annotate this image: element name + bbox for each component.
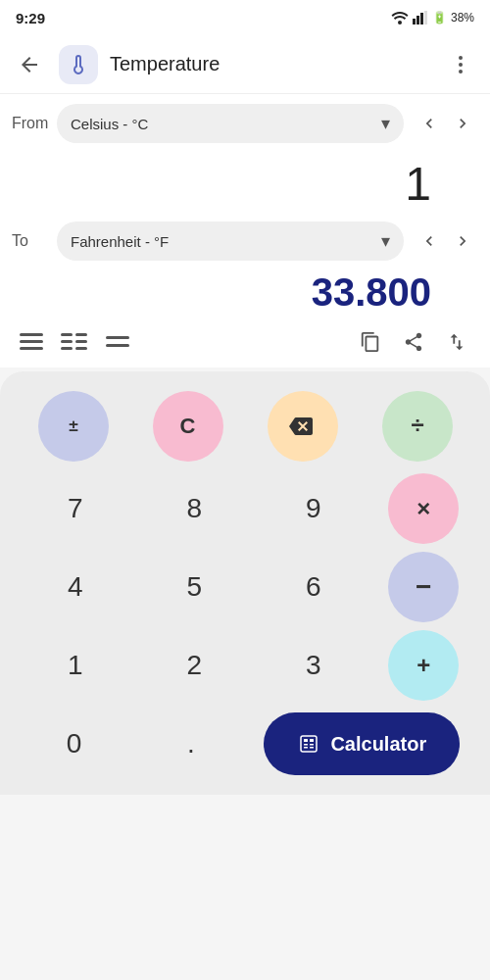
copy-button[interactable] (353, 324, 388, 360)
copy-icon (360, 331, 381, 353)
svg-rect-18 (106, 344, 129, 347)
list-multi-icon (61, 333, 88, 351)
from-next-button[interactable] (447, 108, 478, 139)
clear-button[interactable]: C (153, 391, 223, 462)
key-0[interactable]: 0 (30, 709, 119, 779)
back-icon (18, 53, 41, 76)
key-7[interactable]: 7 (31, 473, 120, 544)
key-5[interactable]: 5 (150, 552, 238, 622)
input-value-display: 1 (0, 153, 490, 212)
svg-point-5 (459, 56, 463, 60)
multiply-button[interactable]: × (388, 473, 459, 544)
calculator-icon (297, 732, 320, 756)
svg-rect-23 (310, 739, 314, 742)
to-label: To (12, 232, 47, 250)
key-8[interactable]: 8 (150, 473, 238, 544)
list-view-button[interactable] (16, 326, 47, 358)
key-2[interactable]: 2 (150, 630, 238, 701)
calculator-button[interactable]: Calculator (264, 712, 460, 775)
app-bar: Temperature (0, 35, 490, 94)
svg-rect-14 (75, 340, 87, 343)
key-4[interactable]: 4 (31, 552, 120, 622)
from-row: From Celsius - °C ▾ (0, 94, 490, 153)
to-next-button[interactable] (447, 225, 478, 257)
from-unit-text: Celsius - °C (71, 116, 148, 132)
chevron-right-icon (453, 114, 472, 133)
svg-rect-15 (61, 347, 73, 350)
multiply-icon: × (416, 495, 430, 522)
key-3[interactable]: 3 (270, 630, 358, 701)
svg-rect-26 (304, 747, 308, 749)
keypad-area: ± C ÷ 7 8 9 × (0, 371, 490, 795)
key-1[interactable]: 1 (31, 630, 120, 701)
clear-icon: C (180, 414, 196, 439)
swap-icon (446, 331, 467, 353)
plus-minus-button[interactable]: ± (38, 391, 109, 462)
app-title: Temperature (110, 53, 431, 75)
svg-text:÷: ÷ (411, 413, 423, 438)
svg-rect-3 (420, 13, 423, 24)
minus-icon: − (416, 571, 431, 603)
to-row: To Fahrenheit - °F ▾ (0, 212, 490, 270)
temperature-icon-container (59, 45, 98, 84)
share-button[interactable] (396, 324, 431, 360)
from-unit-selector[interactable]: Celsius - °C ▾ (57, 104, 404, 143)
battery-icon: 🔋 (432, 11, 447, 24)
from-dropdown-icon: ▾ (381, 113, 390, 134)
to-nav (414, 225, 478, 257)
conversion-area: From Celsius - °C ▾ 1 To Fahrenheit - °F (0, 94, 490, 368)
more-options-button[interactable] (443, 47, 478, 82)
back-button[interactable] (12, 47, 47, 82)
temperature-icon (67, 53, 90, 76)
row-789: 7 8 9 × (16, 473, 474, 544)
svg-rect-17 (106, 336, 129, 339)
divide-icon: ÷ (404, 413, 431, 440)
status-icons: 🔋 38% (391, 11, 474, 24)
plus-minus-icon: ± (61, 414, 86, 439)
wifi-icon (391, 11, 409, 24)
list-multi-view-button[interactable] (59, 326, 90, 358)
row-123: 1 2 3 + (16, 630, 474, 701)
status-time: 9:29 (16, 10, 45, 26)
svg-rect-8 (20, 333, 43, 336)
toolbar-row (0, 320, 490, 368)
svg-rect-10 (20, 347, 43, 350)
result-value-display: 33.800 (0, 270, 490, 320)
to-prev-button[interactable] (414, 225, 445, 257)
from-prev-button[interactable] (414, 108, 445, 139)
share-icon (403, 331, 424, 353)
svg-rect-4 (424, 11, 427, 24)
key-6[interactable]: 6 (270, 552, 358, 622)
from-label: From (12, 115, 47, 132)
plus-button[interactable]: + (388, 630, 459, 701)
svg-text:±: ± (69, 416, 78, 435)
to-chevron-right-icon (453, 231, 472, 251)
svg-point-6 (459, 63, 463, 67)
backspace-button[interactable] (268, 391, 338, 462)
svg-rect-27 (310, 747, 314, 749)
key-dot[interactable]: . (147, 709, 235, 779)
swap-button[interactable] (439, 324, 474, 360)
to-unit-text: Fahrenheit - °F (71, 233, 169, 250)
from-nav (414, 108, 478, 139)
svg-rect-13 (61, 340, 73, 343)
to-dropdown-icon: ▾ (381, 230, 390, 252)
compact-view-button[interactable] (102, 326, 133, 358)
plus-icon: + (416, 652, 430, 679)
chevron-left-icon (419, 114, 439, 133)
divide-button[interactable]: ÷ (382, 391, 453, 462)
special-buttons-row: ± C ÷ (16, 391, 474, 462)
input-value: 1 (405, 158, 431, 210)
key-9[interactable]: 9 (270, 473, 358, 544)
to-unit-selector[interactable]: Fahrenheit - °F ▾ (57, 221, 404, 261)
backspace-icon (289, 415, 317, 438)
svg-rect-12 (75, 333, 87, 336)
svg-rect-22 (304, 739, 308, 742)
minus-button[interactable]: − (388, 552, 459, 622)
to-chevron-left-icon (419, 231, 439, 251)
battery-percent: 38% (451, 11, 474, 24)
svg-rect-24 (304, 744, 308, 746)
svg-rect-16 (75, 347, 87, 350)
svg-point-0 (398, 21, 402, 24)
svg-rect-9 (20, 340, 43, 343)
